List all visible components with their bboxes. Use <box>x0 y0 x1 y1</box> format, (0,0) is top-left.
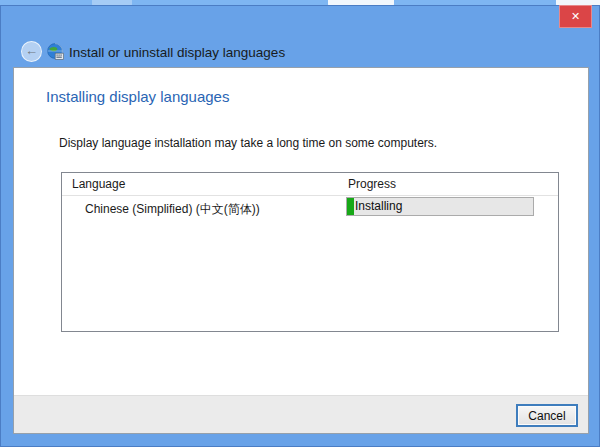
language-name: Chinese (Simplified) (中文(简体)) <box>85 201 260 218</box>
close-button[interactable]: ✕ <box>559 5 592 28</box>
description-text: Display language installation may take a… <box>59 136 437 150</box>
back-button[interactable]: ← <box>21 41 42 62</box>
cancel-button[interactable]: Cancel <box>516 404 578 427</box>
page-title: Installing display languages <box>46 88 229 105</box>
progress-status-label: Installing <box>355 198 402 215</box>
list-header: Language Progress <box>62 173 558 196</box>
language-list: Language Progress Chinese (Simplified) (… <box>61 172 559 332</box>
back-arrow-icon: ← <box>25 43 38 58</box>
close-icon: ✕ <box>571 10 580 23</box>
wizard-window: ✕ ← Install or uninstall display languag… <box>0 5 600 447</box>
progress-bar: Installing <box>346 197 534 216</box>
column-header-progress[interactable]: Progress <box>348 177 396 191</box>
content-panel: Installing display languages Display lan… <box>13 67 589 434</box>
nav-title: Install or uninstall display languages <box>69 44 285 61</box>
column-header-language[interactable]: Language <box>72 177 125 191</box>
footer-bar: Cancel <box>14 395 588 433</box>
progress-fill <box>347 198 354 215</box>
table-row: Chinese (Simplified) (中文(简体)) Installing <box>62 196 558 220</box>
language-settings-icon <box>47 43 64 60</box>
